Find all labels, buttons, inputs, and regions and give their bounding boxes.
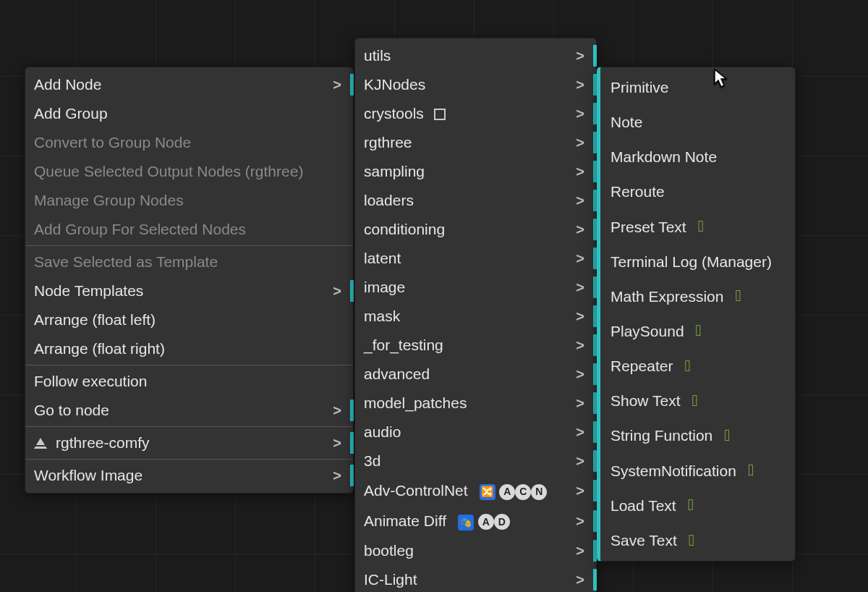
menu-item-advanced[interactable]: advanced> (355, 360, 596, 389)
menu-item-rgthree[interactable]: rgthree> (355, 128, 596, 157)
submenu-arrow-icon: > (574, 135, 584, 151)
submenu-arrow-icon: > (574, 308, 584, 324)
menu-item-label: Preset Text (610, 219, 686, 235)
menu-item-label: Reroute (610, 183, 665, 200)
menu-item-model-patches[interactable]: model_patches> (355, 389, 596, 418)
menu-item-label: Terminal Log (Manager) (610, 253, 772, 270)
menu-item-bootleg[interactable]: bootleg> (355, 536, 596, 565)
menu-item-label: 3d (364, 452, 380, 469)
menu-item-label: advanced (364, 365, 430, 382)
menu-item-math-expression[interactable]: Math Expression𓆙 (600, 279, 795, 313)
menu-item-addgroup-sel: Add Group For Selected Nodes (25, 215, 353, 244)
menu-item-label: Repeater (610, 358, 673, 374)
submenu-arrow-icon: > (574, 453, 584, 469)
menu-item-adv-controlnet[interactable]: Adv-ControlNet🔀 ACN> (355, 475, 596, 506)
menu-item-queue-rgthree: Queue Selected Output Nodes (rgthree) (25, 157, 353, 186)
menu-item-primitive[interactable]: Primitive (600, 70, 795, 105)
menu-item-preset-text[interactable]: Preset Text𓆙 (600, 209, 795, 244)
python-snake-icon: 𓆙 (684, 358, 690, 375)
menu-item-label: Manage Group Nodes (34, 192, 184, 208)
submenu-arrow-icon: > (574, 395, 584, 411)
menu-item-3d[interactable]: 3d> (355, 447, 596, 475)
menu-item-loaders[interactable]: loaders> (355, 186, 596, 215)
menu-item-label: KJNodes (364, 76, 425, 93)
menu-item-label: latent (364, 250, 401, 266)
menu-item-for-testing[interactable]: _for_testing> (355, 331, 596, 360)
menu-item-system-notification[interactable]: SystemNotification𓆙 (600, 453, 795, 488)
menu-item-label: Follow execution (34, 373, 147, 389)
menu-item-label: PlaySound (610, 323, 684, 339)
menu-item-goto-node[interactable]: Go to node> (25, 396, 353, 425)
menu-item-image[interactable]: image> (355, 273, 596, 302)
submenu-arrow-icon: > (574, 221, 584, 237)
menu-item-label: Save Selected as Template (34, 253, 218, 270)
menu-item-label: rgthree-comfy (56, 434, 150, 451)
menu-item-repeater[interactable]: Repeater𓆙 (600, 349, 795, 384)
adv-controlnet-badge: 🔀 ACN (480, 481, 548, 500)
menu-item-load-text[interactable]: Load Text𓆙 (600, 488, 795, 523)
menu-divider (25, 245, 353, 246)
menu-item-label: String Function (610, 427, 712, 444)
submenu-arrow-icon: > (331, 283, 341, 299)
python-snake-icon: 𓆙 (692, 392, 698, 410)
menu-item-ic-light[interactable]: IC-Light> (355, 565, 596, 592)
menu-item-arrange-left[interactable]: Arrange (float left) (25, 305, 353, 334)
menu-item-label: Save Text (610, 532, 677, 549)
context-menu-main: Add Node>Add GroupConvert to Group NodeQ… (25, 67, 354, 494)
python-snake-icon: 𓆙 (748, 462, 754, 479)
submenu-arrow-icon: > (574, 193, 584, 208)
menu-item-label: Queue Selected Output Nodes (rgthree) (34, 163, 303, 179)
menu-item-label: Markdown Note (610, 148, 717, 165)
menu-item-audio[interactable]: audio> (355, 418, 596, 447)
submenu-arrow-icon: > (574, 250, 584, 266)
menu-item-add-node[interactable]: Add Node> (25, 70, 353, 99)
menu-item-latent[interactable]: latent> (355, 244, 596, 273)
menu-item-label: Primitive (610, 79, 669, 96)
submenu-arrow-icon: > (574, 366, 584, 382)
submenu-arrow-icon: > (574, 337, 584, 353)
menu-item-note[interactable]: Note (600, 105, 795, 140)
menu-item-save-text[interactable]: Save Text𓆙 (600, 523, 795, 558)
menu-item-terminal-log[interactable]: Terminal Log (Manager) (600, 244, 795, 279)
menu-item-label: SystemNotification (610, 462, 736, 479)
menu-item-animate-diff[interactable]: Animate Diff AD> (355, 506, 596, 536)
menu-item-label: Adv-ControlNet (364, 482, 468, 499)
menu-item-label: Show Text (610, 392, 681, 409)
menu-item-manage-groups: Manage Group Nodes (25, 186, 353, 215)
menu-item-workflow-image[interactable]: Workflow Image> (25, 461, 353, 490)
menu-item-string-function[interactable]: String Function𓆙 (600, 418, 795, 453)
menu-item-kjnodes[interactable]: KJNodes> (355, 70, 596, 99)
animate-diff-badge: AD (458, 512, 510, 530)
menu-item-crystools[interactable]: crystools> (355, 99, 596, 128)
menu-item-utils[interactable]: utils> (355, 41, 596, 70)
menu-item-label: Animate Diff (364, 512, 446, 529)
menu-item-markdown-note[interactable]: Markdown Note (600, 140, 795, 174)
menu-item-label: Add Group (34, 105, 108, 122)
menu-item-rgthree-comfy[interactable]: rgthree-comfy> (25, 428, 353, 457)
submenu-arrow-icon: > (574, 424, 584, 440)
menu-item-reroute[interactable]: Reroute (600, 174, 795, 209)
menu-item-label: utils (364, 47, 391, 64)
menu-item-arrange-right[interactable]: Arrange (float right) (25, 334, 353, 363)
menu-item-label: crystools (364, 105, 424, 122)
menu-item-label: audio (364, 423, 401, 440)
python-snake-icon: 𓆙 (735, 287, 741, 305)
menu-item-label: loaders (364, 192, 414, 208)
menu-item-conditioning[interactable]: conditioning> (355, 215, 596, 244)
submenu-utils: PrimitiveNoteMarkdown NoteReroutePreset … (597, 67, 796, 562)
menu-item-label: Arrange (float right) (34, 340, 165, 357)
menu-item-label: Math Expression (610, 288, 723, 305)
menu-item-show-text[interactable]: Show Text𓆙 (600, 384, 795, 418)
menu-item-label: Node Templates (34, 282, 143, 299)
menu-item-add-group[interactable]: Add Group (25, 99, 353, 128)
python-snake-icon: 𓆙 (698, 218, 704, 235)
menu-divider (25, 426, 353, 427)
menu-item-follow-exec[interactable]: Follow execution (25, 367, 353, 396)
submenu-arrow-icon: > (574, 513, 584, 529)
menu-item-label: bootleg (364, 542, 414, 559)
menu-item-mask[interactable]: mask> (355, 302, 596, 331)
menu-item-sampling[interactable]: sampling> (355, 157, 596, 186)
menu-item-playsound[interactable]: PlaySound𓆙 (600, 313, 795, 348)
menu-item-node-templates[interactable]: Node Templates> (25, 276, 353, 305)
menu-item-label: Go to node (34, 402, 109, 418)
